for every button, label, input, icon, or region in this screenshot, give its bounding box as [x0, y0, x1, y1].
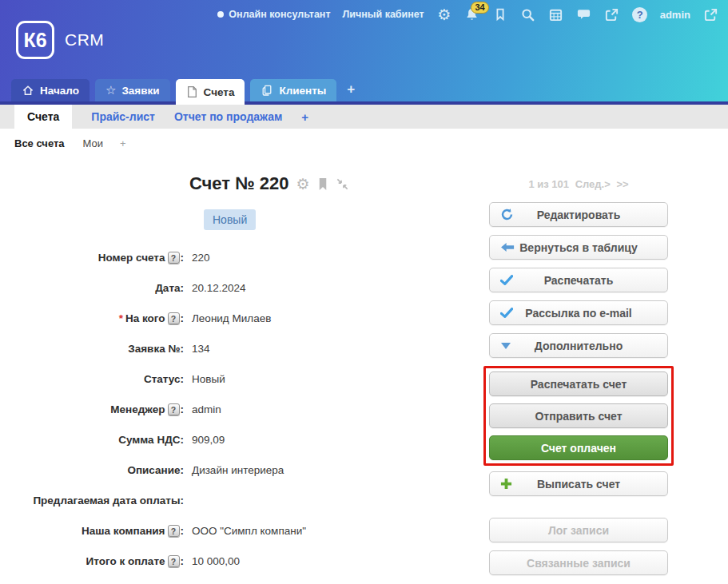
field-value: 909,09: [192, 434, 225, 446]
search-icon[interactable]: [520, 6, 536, 22]
field-list: Номер счета?: 220 Дата: 20.12.2024 *На к…: [14, 242, 489, 576]
field-value: 220: [192, 252, 210, 264]
field-value: Новый: [192, 373, 225, 385]
send-invoice-button[interactable]: Отправить счет: [489, 403, 668, 428]
record-bookmark-icon[interactable]: [317, 177, 328, 191]
pages-icon: [261, 84, 273, 97]
field-proposed-pay-date: Предлагаемая дата оплаты:: [14, 485, 489, 515]
field-status: Статус: Новый: [14, 364, 489, 394]
subtab-pricelist[interactable]: Прайс-лист: [91, 105, 155, 129]
edit-button[interactable]: Редактировать: [489, 202, 668, 227]
subtab-bar: Счета Прайс-лист Отчет по продажам +: [0, 105, 728, 129]
online-status-dot: [217, 11, 224, 18]
check-icon: [500, 275, 513, 285]
create-invoice-button[interactable]: Выписать счет: [489, 471, 668, 496]
field-value: 134: [192, 343, 210, 355]
tab-clients[interactable]: Клиенты: [250, 79, 336, 101]
chevron-down-icon: [500, 342, 511, 350]
main-tab-bar: Начало ☆ Заявки Счета Клиенты +: [11, 79, 355, 105]
subtab-sales-report[interactable]: Отчет по продажам: [174, 105, 282, 129]
field-manager: Менеджер?: admin: [14, 394, 489, 424]
field-value: 10 000,00: [192, 555, 240, 567]
tab-invoices[interactable]: Счета: [176, 79, 245, 105]
record-settings-gear-icon[interactable]: ⚙: [296, 175, 310, 193]
add-tab-button[interactable]: +: [347, 81, 355, 97]
record-pagination: 1 из 101 След.> >>: [489, 178, 668, 190]
help-icon[interactable]: ?: [168, 252, 180, 264]
back-to-table-button[interactable]: Вернуться в таблицу: [489, 235, 668, 260]
online-consultant-link[interactable]: Онлайн консультант: [217, 9, 330, 20]
tab-requests[interactable]: ☆ Заявки: [95, 79, 170, 101]
personal-cabinet-link[interactable]: Личный кабинет: [343, 9, 424, 20]
field-recipient: *На кого?: Леонид Милаев: [14, 303, 489, 333]
home-icon: [22, 84, 34, 97]
star-icon: ☆: [105, 85, 116, 97]
collapse-icon[interactable]: [336, 177, 349, 191]
field-request-number: Заявка №: 134: [14, 333, 489, 364]
print-button[interactable]: Распечатать: [489, 268, 668, 292]
pagination-last-link[interactable]: >>: [616, 178, 628, 190]
field-vat-amount: Сумма НДС: 909,09: [14, 424, 489, 455]
calendar-icon[interactable]: [548, 6, 564, 22]
field-value: admin: [192, 403, 221, 415]
help-icon[interactable]: ?: [168, 312, 180, 324]
plus-icon: [500, 478, 512, 490]
top-toolbar: Онлайн консультант Личный кабинет ⚙ 34: [217, 6, 718, 23]
invoice-paid-button[interactable]: Счет оплачен: [489, 435, 668, 460]
field-our-company: Наша компания?: ООО "Симпл компани": [14, 515, 489, 546]
settings-gear-icon[interactable]: ⚙: [436, 6, 452, 22]
help-icon[interactable]: ?: [632, 6, 648, 22]
add-subtab-button[interactable]: +: [301, 105, 308, 129]
bookmark-icon[interactable]: [492, 6, 508, 22]
email-send-button[interactable]: Рассылка по e-mail: [489, 300, 668, 325]
app-header: Онлайн консультант Личный кабинет ⚙ 34: [0, 0, 728, 105]
brand-name: CRM: [65, 30, 104, 50]
status-badge: Новый: [204, 209, 256, 230]
help-icon[interactable]: ?: [168, 525, 180, 537]
subtab-invoices[interactable]: Счета: [14, 105, 72, 129]
check-icon: [500, 308, 513, 318]
field-invoice-number: Номер счета?: 220: [14, 242, 489, 272]
field-total-due: Итого к оплате?: 10 000,00: [14, 546, 489, 576]
filter-all-invoices[interactable]: Все счета: [14, 137, 65, 149]
highlighted-actions-group: Распечатать счет Отправить счет Счет опл…: [483, 366, 674, 466]
tab-home[interactable]: Начало: [11, 79, 90, 101]
share-icon[interactable]: [604, 6, 620, 22]
field-value: 20.12.2024: [192, 282, 246, 294]
arrow-left-icon: [500, 242, 515, 252]
field-value: ООО "Симпл компани": [192, 525, 306, 537]
notifications-bell-icon[interactable]: 34: [464, 6, 480, 22]
field-value: Дизайн интериера: [192, 464, 284, 476]
add-filter-button[interactable]: +: [120, 137, 126, 149]
refresh-icon: [500, 208, 514, 221]
logout-icon[interactable]: [702, 6, 718, 22]
filter-my-invoices[interactable]: Мои: [83, 137, 103, 149]
record-log-button[interactable]: Лог записи: [489, 518, 668, 542]
current-user-label[interactable]: admin: [660, 9, 690, 21]
filter-bar: Все счета Мои +: [0, 129, 728, 149]
pagination-counter: 1 из 101: [528, 178, 569, 190]
brand-area: К6 CRM: [16, 21, 104, 59]
page-title: Счет № 220: [189, 173, 289, 194]
field-value: Леонид Милаев: [192, 312, 271, 324]
pagination-next-link[interactable]: След.>: [575, 178, 611, 190]
related-records-button[interactable]: Связанные записи: [489, 550, 668, 575]
field-date: Дата: 20.12.2024: [14, 272, 489, 303]
print-invoice-button[interactable]: Распечатать счет: [489, 371, 668, 396]
action-panel: 1 из 101 След.> >> Редактировать: [489, 149, 668, 583]
field-description: Описание: Дизайн интериера: [14, 455, 489, 485]
record-details: Счет № 220 ⚙ Новый Номер счета?: 220 Дат…: [0, 149, 489, 583]
notification-count-badge: 34: [471, 2, 488, 14]
required-marker: *: [119, 312, 123, 324]
more-actions-button[interactable]: Дополнительно: [489, 333, 668, 358]
record-view: Счет № 220 ⚙ Новый Номер счета?: 220 Дат…: [0, 149, 728, 583]
chat-icon[interactable]: [576, 6, 592, 22]
app-logo[interactable]: К6: [16, 21, 54, 59]
help-icon[interactable]: ?: [168, 555, 180, 567]
document-icon: [186, 85, 198, 98]
help-icon[interactable]: ?: [168, 403, 180, 415]
